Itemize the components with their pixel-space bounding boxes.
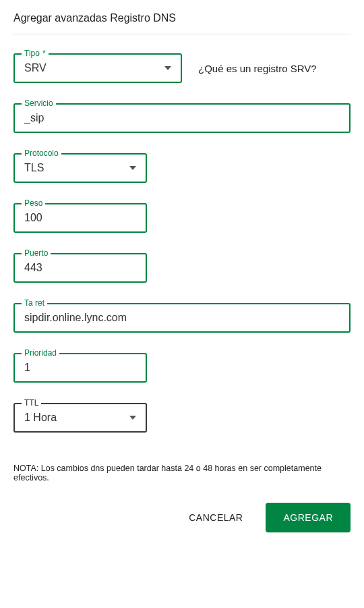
cancel-button[interactable]: CANCELAR	[182, 504, 249, 531]
prioridad-label: Prioridad	[22, 348, 59, 358]
chevron-down-icon	[129, 166, 136, 170]
chevron-down-icon	[164, 66, 171, 70]
page-title: Agregar avanzadas Registro DNS	[13, 12, 351, 34]
ttl-value: 1 Hora	[24, 412, 57, 424]
servicio-label: Servicio	[22, 99, 56, 108]
tipo-select[interactable]: Tipo* SRV	[13, 53, 182, 83]
tipo-help-link[interactable]: ¿Qué es un registro SRV?	[198, 63, 317, 74]
protocolo-select[interactable]: Protocolo TLS	[13, 153, 147, 183]
tipo-value: SRV	[24, 62, 47, 74]
protocolo-label: Protocolo	[22, 148, 61, 158]
target-field[interactable]: Ta ret sipdir.online.lync.com	[13, 303, 351, 333]
target-value: sipdir.online.lync.com	[24, 312, 127, 324]
note-text: NOTA: Los cambios dns pueden tardar hast…	[13, 464, 351, 482]
peso-field[interactable]: Peso 100	[13, 203, 147, 233]
puerto-field[interactable]: Puerto 443	[13, 253, 147, 283]
ttl-label: TTL	[22, 398, 41, 408]
tipo-label: Tipo*	[22, 49, 49, 58]
ttl-select[interactable]: TTL 1 Hora	[13, 403, 147, 433]
chevron-down-icon	[129, 416, 136, 420]
target-label: Ta ret	[22, 298, 47, 308]
peso-value: 100	[24, 212, 42, 224]
prioridad-field[interactable]: Prioridad 1	[13, 353, 147, 383]
puerto-value: 443	[24, 262, 42, 274]
peso-label: Peso	[22, 198, 45, 208]
submit-button[interactable]: AGREGAR	[266, 503, 351, 532]
protocolo-value: TLS	[24, 162, 44, 174]
servicio-field[interactable]: Servicio _sip	[13, 103, 351, 133]
prioridad-value: 1	[24, 362, 30, 374]
puerto-label: Puerto	[22, 248, 51, 258]
servicio-value: _sip	[24, 112, 44, 124]
actions-bar: CANCELAR AGREGAR	[13, 503, 351, 532]
